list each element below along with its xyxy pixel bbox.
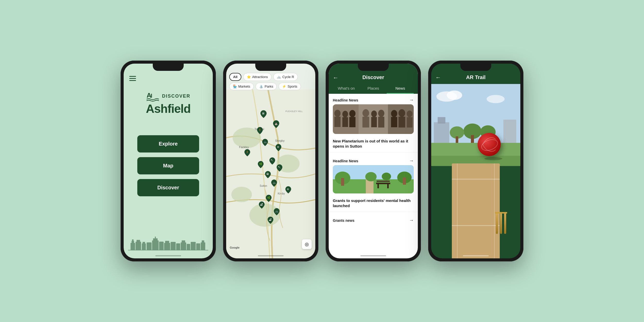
svg-rect-105: [452, 179, 500, 180]
news-article-2-title[interactable]: Grants to support residents' mental heal…: [329, 196, 418, 210]
svg-text:🌿: 🌿: [267, 196, 270, 199]
svg-rect-7: [142, 243, 146, 250]
map-pin[interactable]: 🚲: [273, 208, 280, 216]
news-arrow-2: →: [409, 158, 414, 164]
news-arrow-1: →: [409, 97, 414, 103]
map-pin[interactable]: 🏕: [267, 216, 274, 224]
back-button-3[interactable]: ←: [333, 74, 338, 81]
logo-ashfield-text: Ashfield: [146, 103, 190, 115]
svg-text:PLEASLEY HILL: PLEASLEY HILL: [285, 110, 303, 113]
map-button[interactable]: Map: [137, 157, 199, 174]
parks-icon: ⛲: [259, 84, 263, 88]
svg-rect-10: [152, 240, 159, 250]
phone-home-screen: A I DISCOVER Ashfield Explore Map Dis: [124, 64, 213, 258]
discover-button[interactable]: Discover: [137, 179, 199, 196]
svg-text:🚶: 🚶: [246, 150, 249, 154]
svg-rect-86: [377, 181, 390, 182]
svg-text:I: I: [151, 92, 152, 99]
svg-point-61: [349, 110, 355, 117]
news-section-1[interactable]: Headline News →: [329, 94, 418, 104]
map-pin[interactable]: 🏛: [265, 171, 271, 179]
home-indicator-2: [258, 255, 284, 256]
svg-text:⚙: ⚙: [287, 188, 289, 191]
cricket-ball: [478, 133, 501, 156]
svg-rect-85: [387, 184, 389, 188]
svg-rect-25: [128, 250, 208, 250]
map-pin[interactable]: 🌿: [265, 194, 272, 202]
svg-rect-108: [494, 164, 495, 259]
location-button[interactable]: ◎: [302, 239, 312, 249]
svg-rect-15: [165, 241, 169, 243]
news-section-2[interactable]: Headline News →: [329, 155, 418, 165]
svg-rect-6: [137, 240, 140, 242]
logo-discover-text: DISCOVER: [162, 94, 190, 99]
map-pin[interactable]: 🌿: [257, 160, 264, 169]
svg-rect-5: [135, 242, 141, 250]
filter-markets[interactable]: 🏪 Markets: [229, 83, 254, 90]
map-pin[interactable]: ⚙: [275, 143, 282, 152]
map-pin[interactable]: ⛏: [276, 164, 283, 172]
explore-button[interactable]: Explore: [137, 135, 199, 152]
map-pin[interactable]: 🏛: [260, 110, 267, 118]
news-article-2-image[interactable]: [333, 165, 414, 193]
filter-all[interactable]: All: [229, 73, 241, 81]
news-article-1-title[interactable]: New Planetarium is out of this world as …: [329, 137, 418, 150]
tab-places[interactable]: Places: [360, 84, 387, 94]
map-pin[interactable]: 🚶: [244, 149, 251, 157]
news-article-1-image[interactable]: [333, 104, 414, 134]
home-screen: A I DISCOVER Ashfield Explore Map Dis: [124, 64, 213, 258]
filter-parks[interactable]: ⛲ Parks: [256, 83, 277, 90]
news-divider-2: [329, 212, 418, 212]
svg-rect-70: [391, 117, 397, 127]
phone-discover-screen: ← Discover What's on Places News Headlin…: [329, 64, 418, 258]
tab-news[interactable]: News: [387, 84, 414, 94]
notch: [153, 64, 184, 71]
svg-rect-74: [407, 117, 412, 128]
svg-rect-11: [153, 238, 158, 241]
map-area[interactable]: Fackley Skegby Sutton Kirkby Teversal PL…: [226, 89, 315, 258]
svg-point-91: [447, 91, 462, 100]
svg-rect-83: [376, 183, 390, 184]
ar-view-area[interactable]: [431, 84, 520, 258]
stump-3: [504, 213, 506, 234]
discover-tabs: What's on Places News: [333, 84, 414, 94]
back-button-4[interactable]: ←: [435, 74, 441, 81]
grants-news-label: Grants news: [333, 218, 354, 223]
news-section-3[interactable]: Grants news →: [329, 214, 418, 225]
filter-attractions[interactable]: ⭐ Attractions: [243, 73, 272, 81]
map-pin[interactable]: ⛪: [273, 120, 280, 129]
ar-scene: [431, 84, 520, 258]
map-pin[interactable]: ⛏: [269, 157, 276, 165]
map-pin[interactable]: ⚙: [285, 186, 292, 194]
svg-rect-84: [377, 184, 379, 188]
map-pin[interactable]: 🚲: [262, 138, 268, 147]
tab-whats-on[interactable]: What's on: [333, 84, 360, 94]
skyline-illustration: [124, 230, 213, 251]
sports-icon: ⚡: [282, 84, 286, 88]
filter-cycle[interactable]: 🚲 Cycle R: [273, 73, 298, 81]
filter-sports[interactable]: ⚡ Sports: [278, 83, 301, 90]
svg-text:🚲: 🚲: [275, 209, 278, 213]
notch-3: [358, 64, 389, 71]
map-pin[interactable]: 🚲: [271, 179, 277, 187]
svg-point-69: [391, 110, 397, 117]
svg-rect-4: [132, 239, 134, 241]
ar-trail-title: AR Trail: [466, 74, 486, 80]
svg-point-92: [487, 95, 505, 103]
map-pin[interactable]: 🏕: [258, 201, 265, 209]
discover-screen: ← Discover What's on Places News Headlin…: [329, 64, 418, 258]
svg-point-71: [399, 109, 405, 117]
svg-rect-58: [334, 117, 341, 127]
svg-point-67: [378, 110, 384, 117]
filter-bar: All ⭐ Attractions 🚲 Cycle R 🏪 Markets ⛲ …: [226, 73, 315, 90]
phone-map: All ⭐ Attractions 🚲 Cycle R 🏪 Markets ⛲ …: [223, 61, 318, 261]
svg-rect-104: [452, 164, 500, 259]
menu-icon[interactable]: [129, 76, 136, 81]
svg-rect-106: [452, 225, 500, 226]
svg-point-30: [231, 187, 252, 202]
svg-rect-9: [147, 242, 151, 250]
map-pin[interactable]: 🚶: [257, 126, 263, 135]
home-indicator-3: [360, 255, 386, 256]
svg-text:⛪: ⛪: [274, 122, 278, 125]
phones-container: A I DISCOVER Ashfield Explore Map Dis: [110, 50, 534, 272]
